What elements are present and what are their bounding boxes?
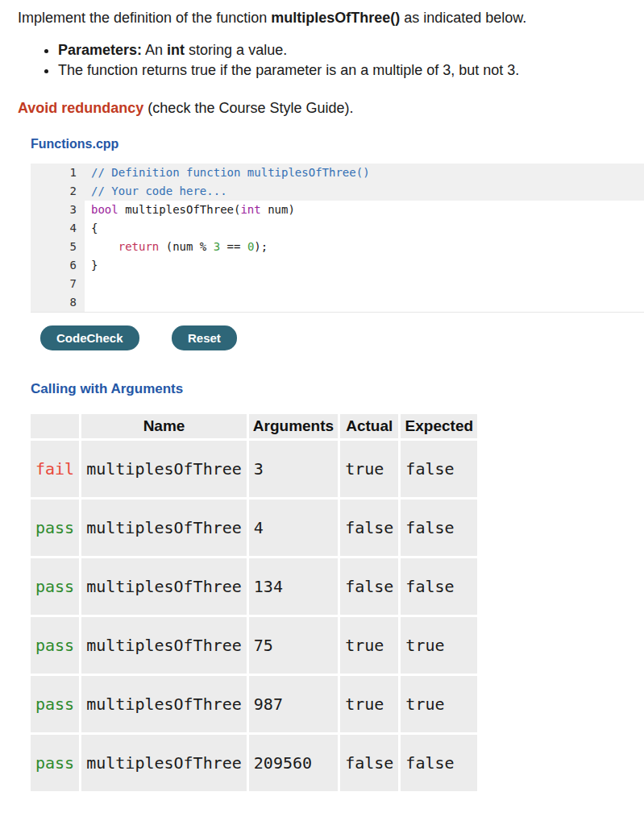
- status-cell: pass: [31, 558, 79, 615]
- bullet-parameters-type: int: [167, 42, 185, 58]
- code-text[interactable]: [85, 275, 644, 293]
- arguments-cell: 134: [249, 558, 338, 615]
- line-number: 7: [31, 275, 85, 293]
- line-number: 3: [31, 201, 85, 219]
- bullet-parameters: Parameters: An int storing a value.: [58, 40, 644, 60]
- name-cell: multiplesOfThree: [81, 676, 247, 732]
- code-line[interactable]: 7: [31, 275, 644, 293]
- line-number: 4: [31, 219, 85, 238]
- table-row: failmultiplesOfThree3truefalse: [31, 441, 477, 497]
- expected-cell: false: [401, 735, 477, 791]
- codecheck-button[interactable]: CodeCheck: [40, 325, 139, 350]
- results-table: NameArgumentsActualExpected failmultiple…: [28, 412, 480, 794]
- code-editor[interactable]: 1// Definition function multiplesOfThree…: [31, 161, 644, 313]
- code-text[interactable]: // Your code here...: [85, 182, 644, 201]
- expected-cell: false: [401, 500, 477, 556]
- column-header: Expected: [401, 414, 477, 438]
- status-cell: pass: [31, 676, 79, 732]
- button-row: CodeCheck Reset: [40, 325, 644, 350]
- actual-cell: true: [340, 676, 398, 732]
- bullet-parameters-mid: An: [142, 42, 167, 58]
- table-row: passmultiplesOfThree209560falsefalse: [31, 735, 477, 791]
- code-text[interactable]: }: [85, 256, 644, 275]
- results-heading: Calling with Arguments: [31, 381, 644, 397]
- code-line[interactable]: 6}: [31, 256, 644, 275]
- task-function-name: multiplesOfThree(): [271, 10, 400, 26]
- actual-cell: false: [340, 500, 398, 556]
- bullet-parameters-rest: storing a value.: [185, 42, 287, 58]
- code-line[interactable]: 5 return (num % 3 == 0);: [31, 238, 644, 256]
- arguments-cell: 75: [249, 617, 338, 674]
- results-header-row: NameArgumentsActualExpected: [31, 414, 477, 438]
- table-row: passmultiplesOfThree987truetrue: [31, 676, 477, 732]
- actual-cell: true: [340, 441, 398, 497]
- code-line[interactable]: 8: [31, 293, 644, 312]
- line-number: 2: [31, 182, 85, 201]
- arguments-cell: 4: [249, 500, 338, 556]
- expected-cell: true: [401, 676, 477, 732]
- column-header: Name: [81, 414, 247, 438]
- line-number: 1: [31, 164, 85, 182]
- editor-filename: Functions.cpp: [31, 137, 644, 151]
- actual-cell: false: [340, 735, 398, 791]
- code-line[interactable]: 4{: [31, 219, 644, 238]
- style-warning: Avoid redundancy (check the Course Style…: [18, 98, 644, 118]
- name-cell: multiplesOfThree: [81, 735, 247, 791]
- column-header: Actual: [340, 414, 398, 438]
- reset-button[interactable]: Reset: [172, 325, 237, 350]
- arguments-cell: 209560: [249, 735, 338, 791]
- task-bullet-list: Parameters: An int storing a value. The …: [18, 40, 644, 81]
- column-header: Arguments: [249, 414, 338, 438]
- code-text[interactable]: [85, 293, 644, 312]
- status-cell: fail: [31, 441, 79, 497]
- expected-cell: false: [401, 558, 477, 615]
- status-cell: pass: [31, 735, 79, 791]
- name-cell: multiplesOfThree: [81, 617, 247, 674]
- line-number: 5: [31, 238, 85, 256]
- style-warning-emphasis: Avoid redundancy: [18, 100, 143, 116]
- name-cell: multiplesOfThree: [81, 500, 247, 556]
- code-text[interactable]: {: [85, 219, 644, 238]
- code-text[interactable]: bool multiplesOfThree(int num): [85, 201, 644, 219]
- actual-cell: false: [340, 558, 398, 615]
- line-number: 8: [31, 293, 85, 312]
- style-warning-rest: (check the Course Style Guide).: [143, 100, 353, 116]
- code-text[interactable]: // Definition function multiplesOfThree(…: [85, 164, 644, 182]
- arguments-cell: 987: [249, 676, 338, 732]
- code-text[interactable]: return (num % 3 == 0);: [85, 238, 644, 256]
- actual-cell: true: [340, 617, 398, 674]
- bullet-return-description: The function returns true if the paramet…: [58, 60, 644, 81]
- line-number: 6: [31, 256, 85, 275]
- table-row: passmultiplesOfThree75truetrue: [31, 617, 477, 674]
- code-line[interactable]: 2// Your code here...: [31, 182, 644, 201]
- table-row: passmultiplesOfThree134falsefalse: [31, 558, 477, 615]
- task-description-suffix: as indicated below.: [400, 10, 526, 26]
- expected-cell: true: [401, 617, 477, 674]
- task-description-prefix: Implement the definition of the function: [18, 10, 271, 26]
- table-row: passmultiplesOfThree4falsefalse: [31, 500, 477, 556]
- code-line[interactable]: 1// Definition function multiplesOfThree…: [31, 164, 644, 182]
- expected-cell: false: [401, 441, 477, 497]
- bullet-parameters-label: Parameters:: [58, 42, 142, 58]
- arguments-cell: 3: [249, 441, 338, 497]
- name-cell: multiplesOfThree: [81, 558, 247, 615]
- column-header: [31, 414, 79, 438]
- status-cell: pass: [31, 500, 79, 556]
- code-line[interactable]: 3bool multiplesOfThree(int num): [31, 201, 644, 219]
- name-cell: multiplesOfThree: [81, 441, 247, 497]
- task-description: Implement the definition of the function…: [18, 8, 625, 27]
- status-cell: pass: [31, 617, 79, 674]
